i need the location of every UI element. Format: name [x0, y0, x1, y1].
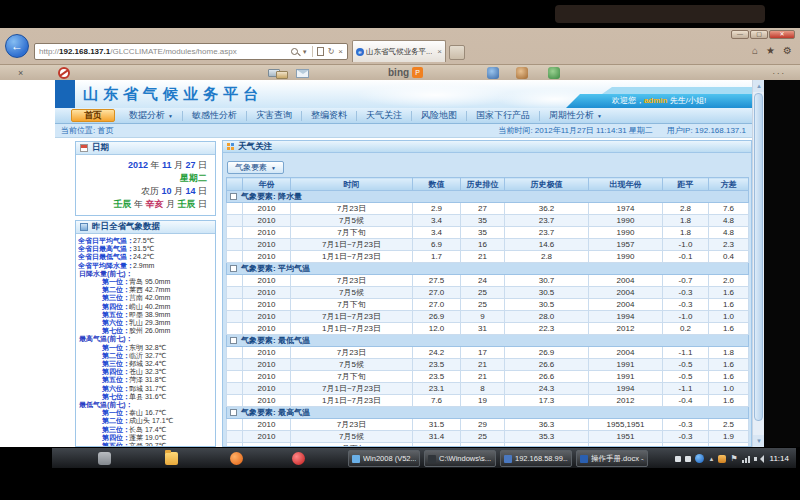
nav-tab-2[interactable]: 敏感性分析 [183, 111, 247, 121]
media-player-icon[interactable] [292, 452, 305, 465]
nav-tab-label: 首页 [84, 109, 102, 122]
chevron-down-icon[interactable]: ▼ [302, 49, 308, 55]
welcome-username: admin [644, 96, 668, 105]
section-checkbox[interactable] [230, 409, 237, 416]
card-icon-2[interactable] [276, 71, 288, 79]
table-cell: 27.5 [413, 275, 461, 287]
home-icon[interactable]: ⌂ [752, 44, 758, 58]
weather-table: 年份时间数值历史排位历史极值出现年份距平方差 气象要素: 降水量20107月23… [226, 177, 749, 447]
browser-viewport: 山东省气候业务平台 欢迎您，admin 先生/小姐! 首页数据分析▼敏感性分析灾… [0, 80, 800, 447]
section-checkbox[interactable] [230, 193, 237, 200]
maximize-button[interactable]: ▢ [750, 30, 768, 39]
table-cell: 1.6 [709, 323, 749, 335]
security-tray-icon[interactable] [718, 455, 726, 463]
ime-indicator-icon[interactable] [685, 456, 691, 462]
table-cell: 27.0 [413, 287, 461, 299]
close-button[interactable]: ✕ [769, 30, 795, 39]
nav-tab-0[interactable]: 首页 [71, 109, 115, 122]
table-cell: 7月5候 [291, 431, 413, 443]
taskbar-clock[interactable]: 11:14 [767, 454, 792, 463]
action-center-flag-icon[interactable]: ⚑ [730, 454, 737, 464]
table-cell: 2010 [243, 323, 291, 335]
bing-badge-icon[interactable]: P [412, 67, 423, 78]
toolbar-close-icon[interactable]: × [18, 68, 23, 78]
favorites-star-icon[interactable]: ★ [766, 44, 775, 58]
tab-close-icon[interactable]: × [437, 47, 442, 56]
table-cell: 3.4 [413, 227, 461, 239]
row-spacer-cell [227, 419, 243, 431]
stop-icon[interactable]: × [338, 47, 343, 56]
camera-icon[interactable] [487, 67, 499, 79]
taskbar-button-2[interactable]: 192.168.58.99... [500, 450, 572, 467]
page-scrollbar[interactable]: ▲ ▼ [752, 80, 764, 447]
toolbar-overflow-dots[interactable]: ... [772, 66, 786, 76]
date-part: 辛亥 [145, 199, 163, 209]
date-part: 壬辰 [113, 199, 131, 209]
new-tab-button[interactable] [449, 45, 465, 60]
back-button[interactable]: ← [5, 34, 29, 58]
section-title: 气象要素: 平均气温 [241, 264, 310, 273]
weather-rank-row: 第一位：东明 32.8℃ [78, 344, 214, 352]
person-icon[interactable] [516, 67, 528, 79]
table-cell: 2.3 [709, 239, 749, 251]
firefox-icon[interactable] [230, 452, 243, 465]
rank-value: 即墨 38.9mm [129, 311, 170, 318]
nav-tab-8[interactable]: 周期性分析▼ [540, 111, 611, 121]
table-cell: -0.3 [663, 299, 709, 311]
row-spacer-cell [227, 431, 243, 443]
browser-window: — ▢ ✕ ← http://192.168.137.1/GLCCLIMATE/… [0, 28, 800, 447]
column-header: 数值 [413, 178, 461, 191]
status-info: 当前时间: 2012年11月27日 11:14:31 星期二 用户IP: 192… [498, 124, 746, 137]
rank-value: 鄄城 31.7℃ [129, 385, 166, 392]
language-indicator-icon[interactable] [675, 456, 681, 462]
nav-tab-5[interactable]: 天气关注 [357, 111, 412, 121]
scrollbar-thumb[interactable] [754, 93, 763, 421]
tray-app-icon[interactable] [695, 454, 704, 463]
weather-summary-row: 全省日平均气温：27.5℃ [78, 237, 214, 245]
start-button-fragment[interactable] [98, 452, 111, 465]
section-row: 气象要素: 降水量 [227, 191, 749, 203]
url-protocol: http:// [39, 47, 59, 56]
minimize-button[interactable]: — [731, 30, 749, 39]
nav-tab-6[interactable]: 风险地图 [412, 111, 467, 121]
date-part: 日 [195, 160, 207, 170]
refresh-icon[interactable]: ↻ [328, 47, 335, 56]
taskbar: Win2008 (V52...C:\Windows\s...192.168.58… [52, 447, 796, 468]
element-filter-button[interactable]: 气象要素 ▼ [227, 161, 284, 174]
hidden-icons-arrow-icon[interactable]: ▲ [708, 456, 714, 462]
table-cell: 7月下旬 [291, 227, 413, 239]
date-panel: 日期 2012 年 11 月 27 日星期二农历 10 月 14 日壬辰 年 辛… [75, 141, 216, 216]
section-title: 气象要素: 最高气温 [241, 408, 310, 417]
nav-tab-1[interactable]: 数据分析▼ [120, 111, 183, 121]
nav-tab-4[interactable]: 整编资料 [302, 111, 357, 121]
addon-puzzle-icon[interactable] [548, 67, 560, 79]
section-cell: 气象要素: 平均气温 [227, 263, 749, 275]
table-cell: 2010 [243, 395, 291, 407]
taskbar-button-3[interactable]: 操作手册.docx -... [576, 450, 648, 467]
browser-tab[interactable]: e 山东省气候业务平... × [352, 40, 446, 62]
rank-label: 第三位： [102, 360, 129, 368]
tools-gear-icon[interactable]: ⚙ [783, 44, 792, 58]
explorer-folder-icon[interactable] [165, 452, 178, 465]
nav-tab-3[interactable]: 灾害查询 [247, 111, 302, 121]
table-cell: 1951 [589, 431, 663, 443]
taskbar-button-1[interactable]: C:\Windows\s... [424, 450, 496, 467]
compatibility-icon[interactable] [317, 47, 324, 56]
table-cell: 1.6 [709, 299, 749, 311]
date-part: 10 [161, 186, 171, 196]
table-cell: 30.7 [505, 275, 589, 287]
section-checkbox[interactable] [230, 337, 237, 344]
main-panel: 天气关注 气象要素 ▼ [222, 140, 752, 447]
taskbar-button-0[interactable]: Win2008 (V52... [348, 450, 420, 467]
nav-tab-7[interactable]: 国家下行产品 [467, 111, 540, 121]
network-icon[interactable] [742, 455, 750, 463]
table-cell: 24.2 [413, 347, 461, 359]
table-row: 20107月23日2.92736.219742.87.6 [227, 203, 749, 215]
address-bar[interactable]: http://192.168.137.1/GLCCLIMATE/modules/… [34, 43, 348, 60]
search-icon[interactable] [291, 48, 298, 55]
section-checkbox[interactable] [230, 265, 237, 272]
bing-logo[interactable]: bing [388, 67, 409, 78]
mail-icon[interactable] [296, 69, 309, 78]
volume-icon[interactable] [754, 455, 763, 463]
addon-logo-icon[interactable] [58, 67, 70, 79]
